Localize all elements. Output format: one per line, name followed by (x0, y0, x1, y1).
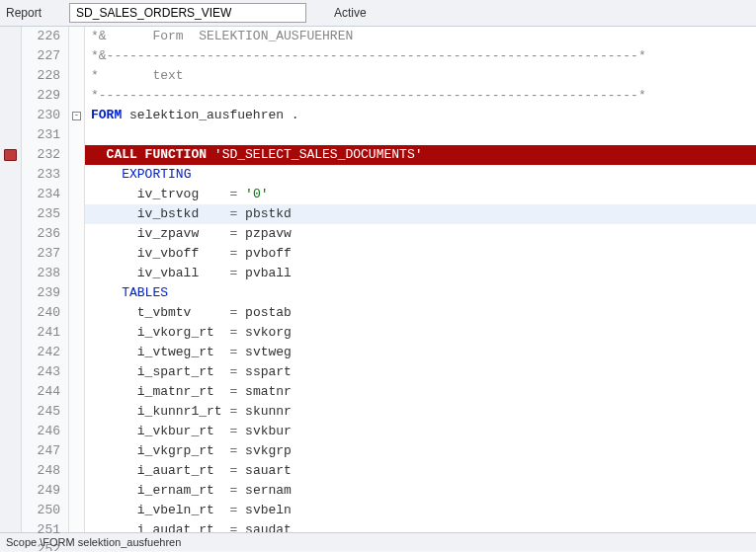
line-number: 236 (22, 224, 68, 244)
gutter-row[interactable] (0, 145, 21, 165)
gutter-row[interactable] (0, 343, 21, 362)
line-number: 237 (22, 244, 68, 264)
fold-row[interactable] (69, 224, 84, 244)
fold-row[interactable] (69, 185, 84, 204)
code-line[interactable]: *---------------------------------------… (85, 86, 756, 106)
gutter-row[interactable] (0, 422, 21, 441)
gutter-row[interactable] (0, 323, 21, 343)
gutter-row[interactable] (0, 303, 21, 323)
fold-row[interactable] (69, 244, 84, 264)
fold-row[interactable] (69, 264, 84, 283)
breakpoint-icon[interactable] (4, 149, 17, 161)
editor: 2262272282292302312322332342352362372382… (0, 27, 756, 532)
fold-row[interactable] (69, 204, 84, 224)
code-line[interactable]: i_matnr_rt = smatnr (85, 382, 756, 402)
line-number: 247 (22, 441, 68, 461)
gutter-row[interactable] (0, 441, 21, 461)
gutter-row[interactable] (0, 165, 21, 185)
code-line[interactable]: CALL FUNCTION 'SD_SELECT_SALES_DOCUMENTS… (85, 145, 756, 165)
code-line[interactable]: i_vkorg_rt = svkorg (85, 323, 756, 343)
code-line[interactable]: *&--------------------------------------… (85, 46, 756, 66)
code-line[interactable]: i_ernam_rt = sernam (85, 481, 756, 501)
code-line[interactable]: * text (85, 66, 756, 86)
fold-row[interactable] (69, 27, 84, 46)
line-number: 241 (22, 323, 68, 343)
fold-row[interactable] (69, 501, 84, 520)
line-number: 240 (22, 303, 68, 323)
gutter-row[interactable] (0, 125, 21, 145)
gutter-row[interactable] (0, 264, 21, 283)
gutter-row[interactable] (0, 106, 21, 125)
fold-row[interactable] (69, 46, 84, 66)
code-line[interactable]: iv_zpavw = pzpavw (85, 224, 756, 244)
status-bar: Scope \FORM selektion_ausfuehren (0, 532, 756, 551)
code-line[interactable]: *& Form SELEKTION_AUSFUEHREN (85, 27, 756, 46)
code-line[interactable]: i_vkgrp_rt = svkgrp (85, 441, 756, 461)
code-line[interactable]: TABLES (85, 283, 756, 303)
line-number: 244 (22, 382, 68, 402)
fold-row[interactable] (69, 422, 84, 441)
code-area[interactable]: *& Form SELEKTION_AUSFUEHREN*&----------… (85, 27, 756, 532)
fold-row[interactable] (69, 441, 84, 461)
gutter-row[interactable] (0, 224, 21, 244)
gutter-row[interactable] (0, 461, 21, 481)
gutter-row[interactable] (0, 66, 21, 86)
fold-row[interactable] (69, 402, 84, 422)
code-line[interactable]: iv_trvog = '0' (85, 185, 756, 204)
gutter-row[interactable] (0, 204, 21, 224)
code-line[interactable]: EXPORTING (85, 165, 756, 185)
report-status: Active (334, 6, 367, 20)
fold-row[interactable] (69, 323, 84, 343)
fold-row[interactable] (69, 481, 84, 501)
line-number: 226 (22, 27, 68, 46)
fold-row[interactable] (69, 461, 84, 481)
line-number: 246 (22, 422, 68, 441)
line-number: 233 (22, 165, 68, 185)
fold-row[interactable] (69, 283, 84, 303)
code-line[interactable]: iv_vboff = pvboff (85, 244, 756, 264)
code-line[interactable]: i_vbeln_rt = svbeln (85, 501, 756, 520)
line-number: 238 (22, 264, 68, 283)
gutter-row[interactable] (0, 501, 21, 520)
gutter-row[interactable] (0, 185, 21, 204)
gutter-row[interactable] (0, 86, 21, 106)
fold-row[interactable] (69, 165, 84, 185)
code-line[interactable]: i_audat_rt = saudat (85, 520, 756, 532)
code-line[interactable]: i_spart_rt = sspart (85, 362, 756, 382)
fold-row[interactable] (69, 125, 84, 145)
line-number: 248 (22, 461, 68, 481)
fold-toggle-icon[interactable]: - (72, 112, 81, 120)
code-line[interactable] (85, 125, 756, 145)
fold-gutter[interactable]: - (69, 27, 85, 532)
breakpoint-gutter[interactable] (0, 27, 22, 532)
code-line[interactable]: t_vbmtv = postab (85, 303, 756, 323)
fold-row[interactable] (69, 382, 84, 402)
fold-row[interactable]: - (69, 106, 84, 125)
gutter-row[interactable] (0, 382, 21, 402)
gutter-row[interactable] (0, 402, 21, 422)
code-line[interactable]: FORM selektion_ausfuehren . (85, 106, 756, 125)
line-number: 232 (22, 145, 68, 165)
code-line[interactable]: i_vkbur_rt = svkbur (85, 422, 756, 441)
gutter-row[interactable] (0, 27, 21, 46)
fold-row[interactable] (69, 343, 84, 362)
code-line[interactable]: iv_vball = pvball (85, 264, 756, 283)
report-name-input[interactable] (69, 3, 306, 23)
code-line[interactable]: i_auart_rt = sauart (85, 461, 756, 481)
fold-row[interactable] (69, 145, 84, 165)
gutter-row[interactable] (0, 362, 21, 382)
gutter-row[interactable] (0, 244, 21, 264)
gutter-row[interactable] (0, 283, 21, 303)
code-line[interactable]: iv_bstkd = pbstkd (85, 204, 756, 224)
fold-row[interactable] (69, 362, 84, 382)
code-line[interactable]: i_vtweg_rt = svtweg (85, 343, 756, 362)
header-bar: Report Active (0, 0, 756, 27)
fold-row[interactable] (69, 66, 84, 86)
gutter-row[interactable] (0, 46, 21, 66)
fold-row[interactable] (69, 303, 84, 323)
gutter-row[interactable] (0, 481, 21, 501)
line-number: 230 (22, 106, 68, 125)
code-line[interactable]: i_kunnr1_rt = skunnr (85, 402, 756, 422)
fold-row[interactable] (69, 86, 84, 106)
line-number: 242 (22, 343, 68, 362)
